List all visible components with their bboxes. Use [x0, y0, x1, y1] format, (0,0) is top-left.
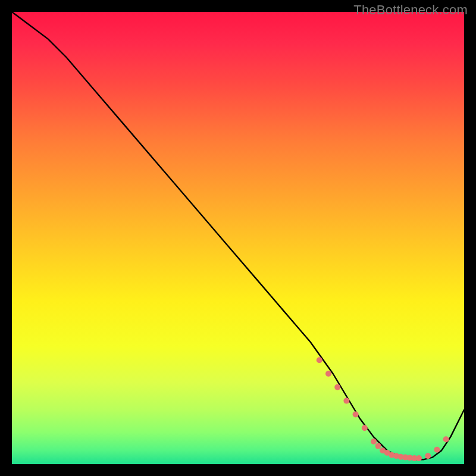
- curve-marker: [362, 425, 368, 431]
- curve-marker: [343, 398, 349, 404]
- curve-marker: [425, 453, 431, 459]
- watermark-text: TheBottleneck.com: [353, 2, 468, 18]
- chart-stage: TheBottleneck.com: [0, 0, 476, 476]
- curve-marker: [375, 443, 381, 449]
- bottleneck-curve-chart: [0, 0, 476, 476]
- curve-marker: [434, 447, 440, 453]
- curve-marker: [353, 411, 359, 417]
- curve-marker: [371, 439, 377, 444]
- curve-marker: [334, 384, 340, 390]
- curve-marker: [416, 455, 422, 461]
- curve-marker: [317, 357, 322, 363]
- curve-marker: [325, 371, 331, 377]
- plot-background: [12, 12, 464, 464]
- curve-marker: [443, 436, 449, 442]
